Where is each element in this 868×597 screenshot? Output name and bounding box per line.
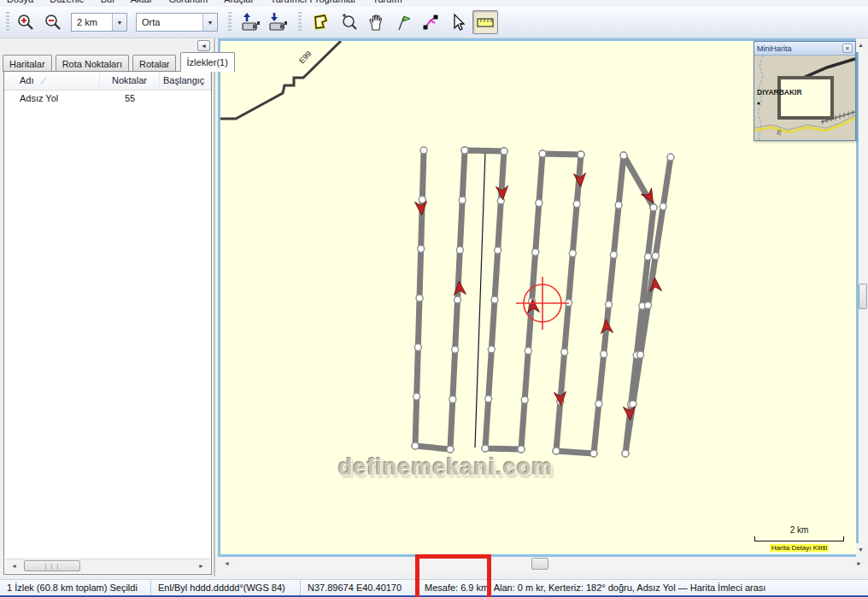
minimap-panel: MiniHarita ✕ DIYARBAKIR20 [754, 41, 856, 141]
window-gap [218, 571, 868, 579]
cursor-arrow-icon [449, 13, 467, 32]
send-to-device-button[interactable] [238, 10, 264, 34]
minimap-title: MiniHarita [757, 44, 842, 53]
status-selection: 1 İzlek (60.8 km toplam) Seçildi [0, 580, 151, 595]
toolbar-grip [6, 12, 9, 32]
menu-dosya[interactable]: Dosya [0, 0, 40, 6]
gps-download-icon [268, 13, 289, 32]
map-detail-combobox[interactable]: Orta ▼ [136, 13, 218, 32]
receive-from-device-button[interactable] [266, 10, 291, 34]
scrollbar-thumb[interactable]: ❘❘❘ [24, 560, 80, 571]
status-measurement: Mesafe: 6.9 km, Alan: 0 m kr, Kerteriz: … [418, 580, 868, 595]
scroll-down-icon[interactable]: ▼ [856, 543, 865, 557]
status-position-format: Enl/Byl hddd.ddddd°(WGS 84) [151, 580, 301, 595]
menu-duzenle[interactable]: Düzenle [43, 0, 91, 6]
status-bar: 1 İzlek (60.8 km toplam) Seçildi Enl/Byl… [0, 579, 868, 595]
selection-tool-button[interactable] [445, 10, 471, 34]
menu-bul[interactable]: Bul [94, 0, 121, 6]
column-header-points[interactable]: Noktalar [100, 72, 160, 90]
menu-araclar[interactable]: Araçlar [217, 0, 261, 6]
tab-rota-noktalari[interactable]: Rota Noktaları [56, 55, 129, 72]
zoom-tool-button[interactable] [336, 10, 361, 34]
toolbar-grip [228, 12, 232, 32]
track-list: Adı⟋ Noktalar Başlangıç Adsız Yol 55 ◄ ❘… [3, 71, 212, 575]
pan-tool-button[interactable] [363, 10, 389, 34]
minimap-titlebar[interactable]: MiniHarita ✕ [754, 42, 855, 56]
tab-rotalar[interactable]: Rotalar [132, 55, 176, 72]
measure-tool-button[interactable] [472, 10, 498, 34]
tab-haritalar[interactable]: Haritalar [3, 55, 52, 72]
ruler-icon [475, 13, 496, 32]
menu-aktar[interactable]: Aktar [124, 0, 160, 6]
map-scale: 2 km Harita Detayı Kilitli [750, 525, 848, 552]
map-scale-value: 2 km [72, 17, 112, 27]
magnifier-icon [339, 13, 358, 32]
scroll-left-icon[interactable]: ◄ [220, 557, 234, 571]
column-name-label: Adı [20, 75, 34, 85]
minimap-graphics[interactable]: DIYARBAKIR20 [754, 56, 855, 140]
toolbar: 2 km ▼ Orta ▼ [0, 7, 868, 38]
scale-bar [754, 536, 844, 541]
scroll-up-icon[interactable]: ▲ [856, 38, 865, 52]
sort-indicator-icon: ⟋ [41, 76, 47, 85]
track-points-cell: 55 [100, 91, 160, 108]
column-header-start[interactable]: Başlangıç [160, 72, 211, 90]
zoom-in-icon [16, 13, 35, 32]
map-detail-value: Orta [137, 17, 202, 27]
route-tool-button[interactable] [418, 10, 443, 34]
scrollbar-thumb[interactable] [531, 558, 548, 570]
map-polygon-icon [312, 13, 331, 32]
scale-distance-label: 2 km [750, 525, 848, 535]
scrollbar-grip: ❘❘❘ [44, 563, 62, 570]
zoom-out-icon [44, 13, 62, 32]
left-panel: ◄ Haritalar Rota Noktaları Rotalar İzlek… [0, 38, 215, 577]
table-row[interactable]: Adsız Yol 55 [4, 91, 211, 108]
column-header-name[interactable]: Adı⟋ [4, 72, 100, 90]
map-scale-combobox[interactable]: 2 km ▼ [71, 13, 127, 32]
map-vertical-scrollbar[interactable]: ▲ ▼ [859, 38, 868, 557]
route-icon [421, 13, 440, 32]
svg-text:E99: E99 [297, 50, 313, 66]
menu-yardim[interactable]: Yardım [366, 0, 409, 6]
scroll-left-icon[interactable]: ◄ [7, 559, 21, 573]
flag-icon [394, 13, 413, 32]
scroll-right-icon[interactable]: ► [194, 559, 208, 573]
menu-bar: Dosya Düzenle Bul Aktar Görünüm Araçlar … [0, 0, 868, 7]
panel-tabs: Haritalar Rota Noktaları Rotalar İzlekle… [3, 52, 236, 71]
hand-icon [367, 13, 385, 32]
toolbar-grip [298, 12, 302, 32]
scroll-right-icon[interactable]: ► [852, 557, 866, 571]
zoom-in-button[interactable] [13, 10, 38, 34]
panel-horizontal-scrollbar[interactable]: ◄ ❘❘❘ ► [5, 559, 210, 573]
panel-collapse-button[interactable]: ◄ [197, 40, 210, 51]
track-name-cell: Adsız Yol [4, 91, 100, 108]
svg-text:DIYARBAKIR: DIYARBAKIR [757, 88, 802, 97]
chevron-down-icon[interactable]: ▼ [112, 14, 126, 31]
close-icon[interactable]: ✕ [842, 44, 853, 53]
tab-izlekler[interactable]: İzlekler(1) [180, 52, 235, 72]
watermark: definemekani.com [338, 454, 554, 481]
menu-yardimci-programlar[interactable]: Yardımcı Programlar [263, 0, 363, 6]
gps-upload-icon [241, 13, 261, 32]
status-coordinates: N37.89674 E40.40170 [301, 580, 418, 595]
map-horizontal-scrollbar[interactable]: ◄ ► [218, 557, 868, 571]
menu-gorunum[interactable]: Görünüm [161, 0, 214, 6]
track-list-header: Adı⟋ Noktalar Başlangıç [4, 72, 211, 91]
zoom-out-button[interactable] [40, 10, 66, 34]
waypoint-tool-button[interactable] [390, 10, 416, 34]
scrollbar-thumb[interactable] [859, 284, 867, 309]
chevron-down-icon[interactable]: ▼ [202, 14, 217, 31]
map-select-tool-button[interactable] [308, 10, 334, 34]
map-detail-locked-badge: Harita Detayı Kilitli [770, 544, 829, 552]
